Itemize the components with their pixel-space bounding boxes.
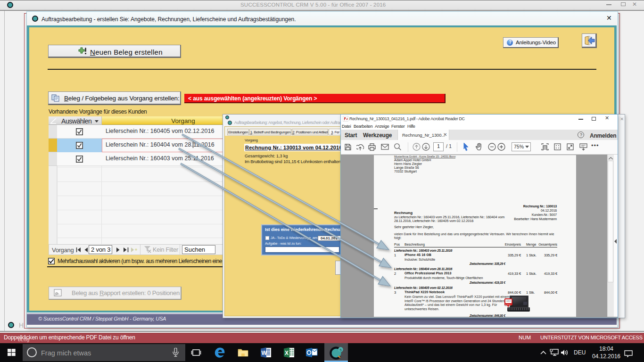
svg-text:X: X	[285, 350, 289, 356]
svg-text:5: 5	[339, 348, 342, 352]
svg-text:W: W	[262, 350, 267, 356]
